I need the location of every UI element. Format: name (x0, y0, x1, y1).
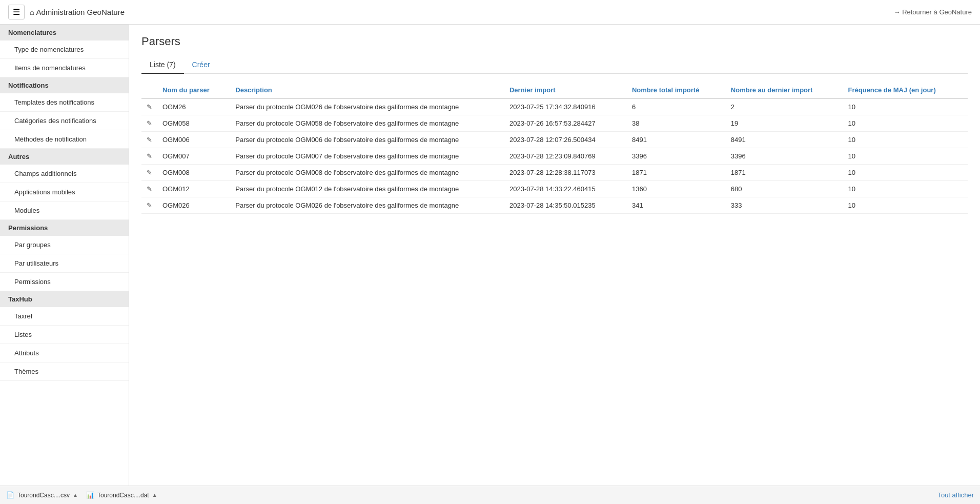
edit-icon[interactable]: ✎ (147, 185, 152, 193)
edit-cell: ✎ (141, 181, 157, 197)
sidebar-section-notifications: Notifications (0, 77, 129, 93)
sidebar-item-type-nomenclatures[interactable]: Type de nomenclatures (0, 41, 129, 59)
bottom-file-1: 📄 TourondCasc....csv ▲ (6, 491, 78, 499)
table-row: ✎OGM012Parser du protocole OGM012 de l'o… (141, 181, 968, 197)
cell-total: 8491 (627, 132, 726, 148)
tab-creer[interactable]: Créer (184, 56, 218, 74)
col-total[interactable]: Nombre total importé (627, 82, 726, 98)
cell-frequence: 10 (843, 148, 968, 165)
table-row: ✎OGM26Parser du protocole OGM026 de l'ob… (141, 98, 968, 115)
edit-cell: ✎ (141, 132, 157, 148)
cell-nom: OGM007 (157, 148, 230, 165)
cell-description: Parser du protocole OGM007 de l'observat… (230, 148, 504, 165)
tab-liste[interactable]: Liste (7) (141, 56, 184, 74)
cell-dernier-count: 680 (726, 181, 843, 197)
cell-nom: OGM012 (157, 181, 230, 197)
table-row: ✎OGM008Parser du protocole OGM008 de l'o… (141, 165, 968, 181)
sidebar-section-nomenclatures: Nomenclatures (0, 25, 129, 41)
cell-total: 341 (627, 197, 726, 214)
col-frequence[interactable]: Fréquence de MAJ (en jour) (843, 82, 968, 98)
home-icon: ⌂ (30, 8, 34, 16)
file-dat-icon: 📊 (86, 491, 94, 499)
sidebar-item-categories-notifications[interactable]: Catégories des notifications (0, 112, 129, 130)
sidebar-item-applications-mobiles[interactable]: Applications mobiles (0, 183, 129, 201)
cell-nom: OGM026 (157, 197, 230, 214)
cell-nom: OGM058 (157, 115, 230, 132)
sidebar-item-methodes-notification[interactable]: Méthodes de notification (0, 130, 129, 149)
cell-nom: OGM006 (157, 132, 230, 148)
main-content: Parsers Liste (7) Créer Nom du parser De… (129, 25, 980, 504)
col-edit (141, 82, 157, 98)
edit-icon[interactable]: ✎ (147, 136, 152, 144)
page-title: Parsers (141, 35, 968, 48)
sidebar-item-champs-additionnels[interactable]: Champs additionnels (0, 165, 129, 183)
cell-total: 6 (627, 98, 726, 115)
edit-icon[interactable]: ✎ (147, 119, 152, 127)
sidebar-item-par-groupes[interactable]: Par groupes (0, 236, 129, 254)
edit-icon[interactable]: ✎ (147, 169, 152, 176)
table-container: Nom du parser Description Dernier import… (141, 82, 968, 214)
table-head: Nom du parser Description Dernier import… (141, 82, 968, 98)
col-nom[interactable]: Nom du parser (157, 82, 230, 98)
cell-frequence: 10 (843, 181, 968, 197)
edit-cell: ✎ (141, 197, 157, 214)
cell-frequence: 10 (843, 132, 968, 148)
cell-frequence: 10 (843, 98, 968, 115)
parsers-table: Nom du parser Description Dernier import… (141, 82, 968, 214)
col-dernier-import[interactable]: Dernier import (504, 82, 627, 98)
table-body: ✎OGM26Parser du protocole OGM026 de l'ob… (141, 98, 968, 214)
bottom-file-2-name: TourondCasc....dat (97, 492, 149, 499)
sidebar-section-taxhub: TaxHub (0, 291, 129, 307)
col-description[interactable]: Description (230, 82, 504, 98)
layout: Nomenclatures Type de nomenclatures Item… (0, 25, 980, 504)
cell-dernier-import: 2023-07-28 14:35:50.015235 (504, 197, 627, 214)
cell-nom: OGM26 (157, 98, 230, 115)
sidebar-item-items-nomenclatures[interactable]: Items de nomenclatures (0, 59, 129, 77)
sidebar-section-autres: Autres (0, 149, 129, 165)
cell-description: Parser du protocole OGM026 de l'observat… (230, 197, 504, 214)
bottom-file-2: 📊 TourondCasc....dat ▲ (86, 491, 157, 499)
cell-dernier-count: 1871 (726, 165, 843, 181)
cell-description: Parser du protocole OGM006 de l'observat… (230, 132, 504, 148)
cell-nom: OGM008 (157, 165, 230, 181)
show-all-button[interactable]: Tout afficher (937, 491, 974, 499)
col-dernier[interactable]: Nombre au dernier import (726, 82, 843, 98)
sidebar-item-permissions[interactable]: Permissions (0, 273, 129, 291)
sidebar-item-attributs[interactable]: Attributs (0, 344, 129, 362)
cell-total: 1360 (627, 181, 726, 197)
sidebar-item-templates-notifications[interactable]: Templates des notifications (0, 93, 129, 112)
edit-icon[interactable]: ✎ (147, 152, 152, 160)
sidebar-item-taxref[interactable]: Taxref (0, 307, 129, 326)
table-row: ✎OGM006Parser du protocole OGM006 de l'o… (141, 132, 968, 148)
header-left: ☰ ⌂ Administration GeoNature (8, 5, 125, 19)
sidebar: Nomenclatures Type de nomenclatures Item… (0, 25, 129, 504)
back-link[interactable]: → Retourner à GeoNature (894, 8, 972, 16)
edit-cell: ✎ (141, 98, 157, 115)
cell-dernier-count: 19 (726, 115, 843, 132)
cell-total: 1871 (627, 165, 726, 181)
cell-description: Parser du protocole OGM058 de l'observat… (230, 115, 504, 132)
bottom-file-2-chevron[interactable]: ▲ (152, 492, 157, 498)
cell-description: Parser du protocole OGM008 de l'observat… (230, 165, 504, 181)
cell-frequence: 10 (843, 115, 968, 132)
sidebar-item-listes[interactable]: Listes (0, 326, 129, 344)
cell-dernier-count: 333 (726, 197, 843, 214)
hamburger-icon: ☰ (13, 8, 20, 16)
menu-toggle-button[interactable]: ☰ (8, 5, 25, 19)
table-row: ✎OGM026Parser du protocole OGM026 de l'o… (141, 197, 968, 214)
file-csv-icon: 📄 (6, 491, 14, 499)
edit-icon[interactable]: ✎ (147, 103, 152, 111)
sidebar-item-modules[interactable]: Modules (0, 201, 129, 220)
cell-dernier-count: 3396 (726, 148, 843, 165)
cell-total: 38 (627, 115, 726, 132)
bottom-file-1-chevron[interactable]: ▲ (73, 492, 78, 498)
sidebar-item-par-utilisateurs[interactable]: Par utilisateurs (0, 254, 129, 273)
cell-frequence: 10 (843, 197, 968, 214)
table-row: ✎OGM007Parser du protocole OGM007 de l'o… (141, 148, 968, 165)
edit-icon[interactable]: ✎ (147, 201, 152, 209)
cell-dernier-import: 2023-07-25 17:34:32.840916 (504, 98, 627, 115)
sidebar-item-themes[interactable]: Thèmes (0, 362, 129, 381)
edit-cell: ✎ (141, 115, 157, 132)
cell-dernier-import: 2023-07-26 16:57:53.284427 (504, 115, 627, 132)
cell-frequence: 10 (843, 165, 968, 181)
